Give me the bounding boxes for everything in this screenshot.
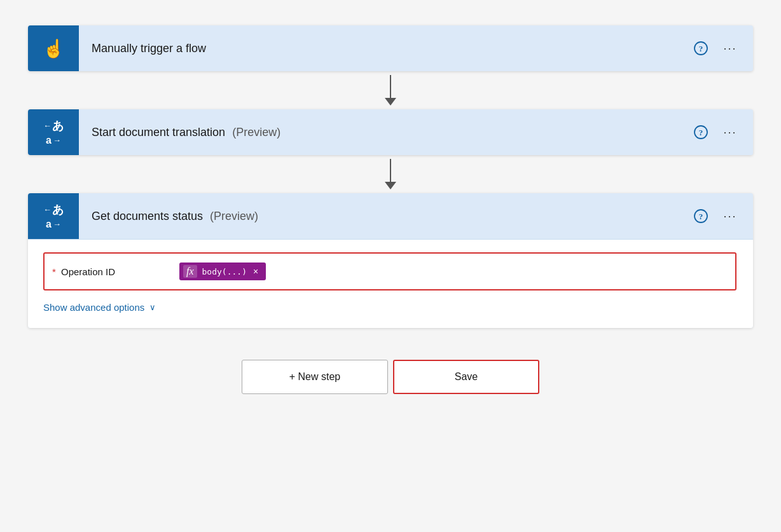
bottom-actions: + New step Save <box>28 360 753 394</box>
step-header-translation: ←あ a → Start document translation (Previ… <box>28 109 753 155</box>
chevron-down-icon: ∨ <box>149 303 156 312</box>
step-start-translation: ←あ a → Start document translation (Previ… <box>28 109 753 155</box>
arrow-connector-1 <box>385 71 396 109</box>
svg-text:?: ? <box>699 212 703 221</box>
step-get-documents-status: ←あ a → Get documents status (Preview) ? <box>28 193 753 328</box>
svg-text:?: ? <box>699 44 703 53</box>
manual-trigger-icon: ☝ <box>28 25 79 71</box>
translate-icon-1: ←あ a → <box>28 109 79 155</box>
step-title-translation: Start document translation (Preview) <box>79 126 691 139</box>
more-button-translation[interactable]: ··· <box>720 122 740 142</box>
translate-icon-2: ←あ a → <box>28 193 79 239</box>
operation-id-field-row: * Operation ID fx body(...) × <box>43 252 736 290</box>
help-icon-2: ? <box>694 125 708 139</box>
save-button[interactable]: Save <box>393 360 539 394</box>
show-advanced-options-button[interactable]: Show advanced options ∨ <box>43 302 156 313</box>
svg-text:?: ? <box>699 128 703 137</box>
help-button-get-docs[interactable]: ? <box>691 206 711 226</box>
step-title-manual: Manually trigger a flow <box>79 42 691 55</box>
step-manual-trigger: ☝ Manually trigger a flow ? ··· <box>28 25 753 71</box>
required-asterisk: * <box>52 266 56 277</box>
arrow-line-2 <box>390 159 391 182</box>
arrow-connector-2 <box>385 155 396 193</box>
more-button-get-docs[interactable]: ··· <box>720 206 740 226</box>
help-icon-3: ? <box>694 209 708 223</box>
operation-id-label: * Operation ID <box>52 266 179 277</box>
step-header-manual: ☝ Manually trigger a flow ? ··· <box>28 25 753 71</box>
fx-icon: fx <box>183 265 197 278</box>
help-icon: ? <box>694 41 708 55</box>
step-title-get-docs: Get documents status (Preview) <box>79 210 691 223</box>
help-button-translation[interactable]: ? <box>691 122 711 142</box>
help-button-manual[interactable]: ? <box>691 38 711 58</box>
arrow-head-2 <box>385 182 396 189</box>
operation-id-input-area[interactable]: fx body(...) × <box>179 260 728 283</box>
more-button-manual[interactable]: ··· <box>720 38 740 58</box>
step-actions-get-docs: ? ··· <box>691 206 753 226</box>
arrow-line-1 <box>390 75 391 98</box>
step-header-get-docs: ←あ a → Get documents status (Preview) ? <box>28 193 753 239</box>
step-actions-translation: ? ··· <box>691 122 753 142</box>
step-body-get-docs: * Operation ID fx body(...) × Show advan… <box>28 239 753 328</box>
step-actions-manual: ? ··· <box>691 38 753 58</box>
arrow-head-1 <box>385 98 396 106</box>
token-close-button[interactable]: × <box>252 267 259 276</box>
token-text: body(...) <box>202 267 247 276</box>
new-step-button[interactable]: + New step <box>242 360 388 394</box>
body-token-chip: fx body(...) × <box>179 263 266 280</box>
flow-container: ☝ Manually trigger a flow ? ··· <box>28 25 753 394</box>
